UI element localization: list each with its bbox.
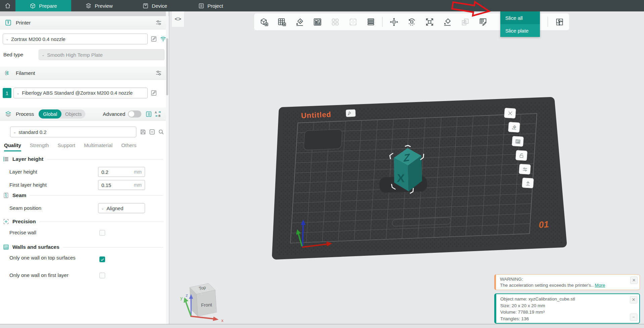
filament-preset-select[interactable]: ⌄ Fiberlogy ABS Standard @Zortrax M200 0… — [13, 88, 148, 98]
nav-cube-front-label[interactable]: Front — [201, 302, 212, 308]
merge-objects-button[interactable] — [459, 15, 471, 28]
paint-support-button[interactable] — [476, 15, 489, 28]
paint-brush-icon — [478, 17, 488, 27]
split-to-objects-button[interactable] — [329, 15, 341, 28]
scope-objects[interactable]: Objects — [61, 111, 85, 117]
object-info-minimize-button[interactable]: − — [630, 314, 637, 321]
process-preset-value: standard 0.2 — [18, 129, 46, 135]
warning-close-button[interactable]: ✕ — [630, 277, 638, 284]
merge-icon — [461, 17, 470, 27]
tab-label: Prepare — [39, 3, 57, 9]
plate-lock-button[interactable] — [515, 150, 527, 161]
object-size-line: Size: 20 x 20 x 20 mm — [500, 302, 626, 309]
seam-position-select[interactable]: ⌄ Aligned — [98, 203, 145, 213]
process-preset-select[interactable]: ⌄ standard 0.2 — [10, 127, 136, 137]
filament-slot-badge[interactable]: 1 — [3, 88, 11, 98]
process-section-title: Process — [16, 111, 34, 117]
warning-more-link[interactable]: More — [595, 283, 605, 288]
minus-icon: − — [632, 314, 635, 321]
filament-settings-button[interactable] — [155, 70, 162, 76]
object-info-close-button[interactable]: ✕ — [630, 296, 637, 303]
tab-strength[interactable]: Strength — [30, 142, 49, 151]
first-layer-height-input[interactable]: 0.15 mm — [98, 180, 145, 190]
tab-preview[interactable]: Preview — [71, 0, 127, 11]
plate-delete-button[interactable] — [504, 108, 516, 119]
advanced-label: Advanced — [103, 111, 125, 117]
scale-button[interactable] — [423, 15, 436, 28]
section-seam: Seam Seam position ⌄ Aligned — [0, 192, 167, 213]
variable-layer-height-button[interactable] — [364, 15, 377, 28]
auto-orient-icon: A — [295, 17, 304, 27]
rotate-button[interactable] — [405, 15, 418, 28]
plate-name: Untitled — [301, 110, 331, 120]
tab-label: Device — [152, 3, 167, 9]
plate-settings-button[interactable] — [519, 164, 531, 175]
tab-support[interactable]: Support — [58, 142, 76, 151]
tab-others[interactable]: Others — [121, 142, 136, 151]
compare-presets-button[interactable]: AB — [154, 111, 162, 118]
only-one-wall-first-layer-checkbox[interactable] — [99, 273, 105, 278]
svg-text:A: A — [155, 111, 157, 114]
lay-on-face-button[interactable] — [441, 15, 454, 28]
filament-edit-button[interactable] — [150, 90, 157, 96]
tune-sliders-icon — [522, 166, 528, 172]
tune-sliders-icon — [155, 19, 162, 26]
printer-section-title: Printer — [16, 20, 31, 26]
seam-position-value: Aligned — [106, 205, 123, 211]
scope-global[interactable]: Global — [39, 109, 61, 119]
tab-prepare[interactable]: Prepare — [15, 0, 71, 11]
only-one-wall-top-checkbox[interactable] — [99, 256, 105, 262]
warning-message: The acceleration setting exceeds the pri… — [500, 283, 594, 288]
process-layers-icon — [5, 110, 12, 118]
advanced-toggle[interactable] — [128, 110, 141, 118]
input-value: 0.15 — [101, 182, 134, 188]
chevron-down-icon: ⌄ — [101, 206, 104, 210]
plate-auto-orient-button[interactable]: A — [508, 122, 520, 133]
assembly-view-button[interactable] — [553, 15, 566, 28]
split-to-parts-button[interactable] — [347, 15, 359, 28]
viewport-3d[interactable]: <> Z — [170, 11, 644, 324]
add-object-button[interactable] — [258, 15, 270, 28]
nav-cube[interactable]: Top Front z y x — [180, 279, 233, 324]
precision-icon — [3, 218, 9, 225]
unlock-icon — [518, 152, 524, 158]
parameter-list-button[interactable] — [145, 111, 152, 118]
add-plate-button[interactable] — [275, 15, 288, 28]
bed-type-select[interactable]: ⌄ Smooth High Temp Plate — [39, 49, 165, 60]
layer-height-input[interactable]: 0.2 mm — [98, 167, 145, 177]
section-title: Layer height — [12, 156, 43, 162]
tab-device[interactable]: Device — [127, 0, 183, 11]
menu-item-slice-all[interactable]: Slice all — [500, 11, 540, 24]
tab-project[interactable]: Project — [183, 0, 238, 11]
toolbar-separator — [548, 17, 548, 27]
delete-preset-button[interactable] — [149, 129, 155, 135]
filament-preset-value: Fiberlogy ABS Standard @Zortrax M200 0.4… — [22, 90, 133, 96]
seam-icon — [3, 192, 9, 199]
plate-arrange-button[interactable] — [512, 136, 524, 147]
close-x-icon — [507, 110, 513, 116]
menu-item-slice-plate[interactable]: Slice plate — [500, 24, 540, 37]
tab-multimaterial[interactable]: Multimaterial — [84, 142, 112, 151]
printer-edit-button[interactable] — [150, 36, 157, 42]
tab-quality[interactable]: Quality — [4, 142, 21, 151]
axis-x-label: x — [221, 318, 224, 323]
side-panel: Printer ⌄ Zortrax M200 0.4 nozzle Bed ty… — [0, 11, 169, 324]
printer-settings-button[interactable] — [155, 19, 162, 26]
auto-orient-button[interactable]: A — [293, 15, 306, 28]
panel-scrollbar-thumb[interactable] — [166, 38, 168, 95]
svg-text:A: A — [299, 19, 302, 23]
precise-wall-checkbox[interactable] — [99, 230, 105, 236]
svg-text:B: B — [158, 114, 160, 118]
save-preset-button[interactable] — [140, 129, 146, 135]
home-button[interactable] — [0, 0, 15, 11]
move-button[interactable] — [387, 15, 400, 28]
process-scope-toggle[interactable]: Global Objects — [39, 109, 85, 119]
printer-wifi-button[interactable] — [160, 36, 167, 42]
tune-sliders-icon — [155, 70, 162, 76]
search-preset-button[interactable] — [158, 129, 165, 135]
printer-preset-select[interactable]: ⌄ Zortrax M200 0.4 nozzle — [3, 34, 148, 44]
auto-orient-icon: A — [511, 124, 517, 130]
plate-up-button[interactable] — [522, 178, 534, 188]
arrange-button[interactable] — [311, 15, 324, 28]
panel-scrollbar[interactable] — [166, 11, 169, 324]
